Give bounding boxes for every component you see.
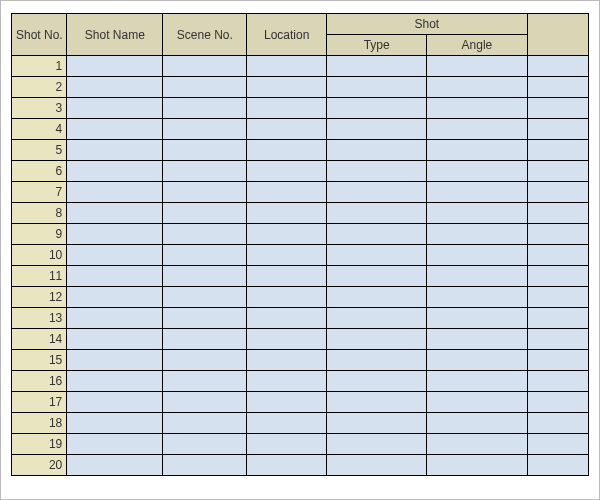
cell-extra xyxy=(527,350,588,371)
cell-extra xyxy=(527,308,588,329)
cell-scene xyxy=(163,350,247,371)
cell-type xyxy=(327,203,427,224)
cell-angle xyxy=(427,224,527,245)
cell-angle xyxy=(427,455,527,476)
cell-location xyxy=(247,56,327,77)
cell-extra xyxy=(527,413,588,434)
cell-extra xyxy=(527,434,588,455)
table-row: 9 xyxy=(12,224,589,245)
table-row: 3 xyxy=(12,98,589,119)
cell-angle xyxy=(427,161,527,182)
row-number: 3 xyxy=(12,98,67,119)
cell-location xyxy=(247,413,327,434)
cell-location xyxy=(247,98,327,119)
cell-name xyxy=(67,245,163,266)
cell-scene xyxy=(163,413,247,434)
table-row: 1 xyxy=(12,56,589,77)
cell-extra xyxy=(527,224,588,245)
cell-angle xyxy=(427,98,527,119)
cell-name xyxy=(67,392,163,413)
cell-location xyxy=(247,434,327,455)
table-row: 12 xyxy=(12,287,589,308)
cell-scene xyxy=(163,140,247,161)
cell-name xyxy=(67,413,163,434)
cell-angle xyxy=(427,56,527,77)
table-row: 2 xyxy=(12,77,589,98)
row-number: 2 xyxy=(12,77,67,98)
cell-location xyxy=(247,119,327,140)
cell-scene xyxy=(163,161,247,182)
cell-scene xyxy=(163,119,247,140)
table-row: 13 xyxy=(12,308,589,329)
cell-name xyxy=(67,287,163,308)
cell-extra xyxy=(527,455,588,476)
cell-name xyxy=(67,350,163,371)
cell-location xyxy=(247,182,327,203)
row-number: 10 xyxy=(12,245,67,266)
cell-angle xyxy=(427,329,527,350)
cell-angle xyxy=(427,434,527,455)
cell-name xyxy=(67,434,163,455)
header-location: Location xyxy=(247,14,327,56)
row-number: 11 xyxy=(12,266,67,287)
table-row: 20 xyxy=(12,455,589,476)
cell-type xyxy=(327,77,427,98)
header-shot-type: Type xyxy=(327,35,427,56)
cell-name xyxy=(67,224,163,245)
row-number: 7 xyxy=(12,182,67,203)
row-number: 17 xyxy=(12,392,67,413)
cell-extra xyxy=(527,329,588,350)
cell-location xyxy=(247,287,327,308)
cell-location xyxy=(247,140,327,161)
cell-location xyxy=(247,455,327,476)
cell-type xyxy=(327,350,427,371)
cell-angle xyxy=(427,287,527,308)
cell-extra xyxy=(527,140,588,161)
cell-scene xyxy=(163,245,247,266)
cell-location xyxy=(247,161,327,182)
cell-angle xyxy=(427,392,527,413)
header-scene-no: Scene No. xyxy=(163,14,247,56)
row-number: 13 xyxy=(12,308,67,329)
cell-scene xyxy=(163,203,247,224)
cell-type xyxy=(327,455,427,476)
document-frame: Shot No. Shot Name Scene No. Location Sh… xyxy=(0,0,600,500)
cell-name xyxy=(67,308,163,329)
row-number: 16 xyxy=(12,371,67,392)
cell-location xyxy=(247,371,327,392)
cell-name xyxy=(67,182,163,203)
cell-type xyxy=(327,371,427,392)
cell-name xyxy=(67,203,163,224)
cell-scene xyxy=(163,392,247,413)
table-row: 17 xyxy=(12,392,589,413)
row-number: 15 xyxy=(12,350,67,371)
cell-angle xyxy=(427,308,527,329)
cell-angle xyxy=(427,266,527,287)
cell-name xyxy=(67,77,163,98)
cell-scene xyxy=(163,182,247,203)
row-number: 1 xyxy=(12,56,67,77)
cell-extra xyxy=(527,392,588,413)
cell-angle xyxy=(427,203,527,224)
cell-type xyxy=(327,182,427,203)
row-number: 14 xyxy=(12,329,67,350)
cell-angle xyxy=(427,119,527,140)
row-number: 20 xyxy=(12,455,67,476)
shot-list-table: Shot No. Shot Name Scene No. Location Sh… xyxy=(11,13,589,476)
cell-type xyxy=(327,266,427,287)
cell-type xyxy=(327,308,427,329)
cell-name xyxy=(67,56,163,77)
cell-angle xyxy=(427,77,527,98)
cell-type xyxy=(327,98,427,119)
cell-type xyxy=(327,161,427,182)
table-row: 11 xyxy=(12,266,589,287)
cell-scene xyxy=(163,266,247,287)
cell-location xyxy=(247,329,327,350)
header-shot-angle: Angle xyxy=(427,35,527,56)
cell-scene xyxy=(163,371,247,392)
cell-location xyxy=(247,245,327,266)
row-number: 6 xyxy=(12,161,67,182)
table-row: 8 xyxy=(12,203,589,224)
cell-type xyxy=(327,413,427,434)
cell-type xyxy=(327,434,427,455)
